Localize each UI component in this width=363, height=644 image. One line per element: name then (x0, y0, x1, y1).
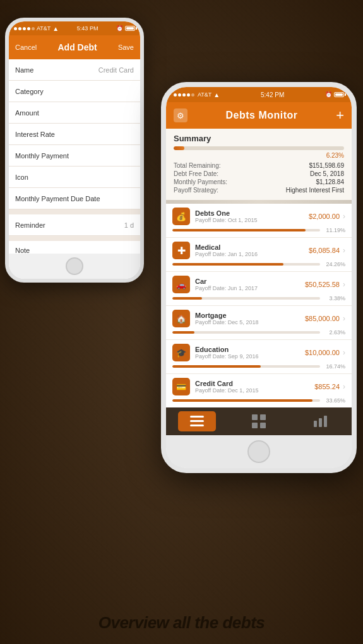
front-signal-dots (174, 93, 194, 97)
svg-rect-4 (260, 414, 266, 420)
cancel-button[interactable]: Cancel (15, 44, 37, 51)
time-label-back: 5:43 PM (77, 25, 98, 32)
debt-pct-medical: 24.26% (323, 261, 345, 267)
front-home-button[interactable] (247, 440, 270, 463)
debt-progress-bar-medical (172, 263, 320, 266)
list-item[interactable]: 💰 Debts One Payoff Date: Oct 1, 2015 $2,… (166, 204, 352, 238)
svg-rect-7 (314, 421, 317, 427)
tab-chart[interactable] (302, 411, 340, 431)
field-icon[interactable]: Icon (9, 167, 140, 188)
front-battery-icon (334, 92, 344, 97)
debt-name-education: Education (195, 346, 258, 353)
summary-row-monthly: Monthly Payments: $1,128.84 (174, 179, 344, 185)
tab-list[interactable] (178, 411, 216, 431)
debt-progress-bar-creditcard (172, 399, 320, 402)
field-name[interactable]: Name Credit Card (9, 59, 140, 81)
back-home-button[interactable] (66, 257, 83, 275)
phone-back: AT&T ▲ 5:43 PM ⏰ Cancel Add Debt Save Na… (5, 18, 144, 283)
list-item[interactable]: 🚗 Car Payoff Date: Jun 1, 2017 $50,525.5… (166, 272, 352, 306)
debt-name-car: Car (195, 278, 258, 285)
settings-button[interactable]: ⚙ (174, 108, 187, 122)
front-phone-home-area (166, 435, 352, 468)
chevron-right-icon: › (343, 314, 345, 323)
field-amount[interactable]: Amount (9, 102, 140, 124)
list-item[interactable]: ✚ Medical Payoff Date: Jan 1, 2016 $6,08… (166, 238, 352, 272)
debt-amount-creditcard: $855.24 (314, 383, 340, 390)
status-left: AT&T ▲ (14, 25, 59, 32)
debt-pct-education: 16.74% (323, 363, 345, 370)
svg-rect-2 (190, 424, 204, 426)
field-name-value: Credit Card (98, 66, 134, 74)
debt-pct-car: 3.38% (323, 295, 345, 302)
field-monthly-payment-label: Monthly Payment (15, 152, 69, 160)
chevron-right-icon: › (343, 382, 345, 391)
alarm-icon: ⏰ (116, 25, 123, 32)
status-right-back: ⏰ (116, 25, 135, 32)
signal-dots (14, 27, 35, 30)
summary-row-strategy: Payoff Strategy: Highest Interest First (174, 187, 344, 194)
debt-progress-bar-education (172, 365, 320, 368)
debt-icon-medical: ✚ (172, 242, 190, 259)
debt-amount-medical: $6,085.84 (309, 247, 340, 254)
back-phone-home-area (9, 254, 140, 279)
tab-bar (166, 407, 352, 435)
summary-title: Summary (174, 134, 344, 143)
debt-payoff-mortgage: Payoff Date: Dec 5, 2018 (195, 319, 258, 325)
field-due-date[interactable]: Monthly Payment Due Date (9, 188, 140, 209)
summary-value-total: $151,598.69 (309, 162, 344, 169)
chevron-right-icon: › (343, 212, 345, 221)
svg-rect-8 (319, 418, 322, 427)
field-note[interactable]: Note (9, 241, 140, 254)
summary-progress-bar (174, 146, 344, 150)
status-bar-front: AT&T ▲ 5:42 PM ⏰ (166, 87, 352, 102)
debt-amount-education: $10,000.00 (305, 349, 340, 356)
front-alarm-icon: ⏰ (325, 91, 332, 98)
list-item[interactable]: 🏠 Mortgage Payoff Date: Dec 5, 2018 $85,… (166, 306, 352, 340)
field-interest-rate-label: Interest Rate (15, 131, 55, 138)
debt-payoff-medical: Payoff Date: Jan 1, 2016 (195, 251, 258, 257)
debt-payoff-debtsone: Payoff Date: Oct 1, 2015 (195, 217, 257, 223)
debt-name-debtsone: Debts One (195, 209, 257, 217)
summary-value-monthly: $1,128.84 (316, 179, 345, 185)
field-amount-label: Amount (15, 109, 39, 117)
field-interest-rate[interactable]: Interest Rate (9, 124, 140, 145)
debt-icon-debtsone: 💰 (172, 208, 190, 225)
save-button[interactable]: Save (118, 44, 134, 51)
field-category[interactable]: Category (9, 81, 140, 102)
list-icon (190, 416, 204, 427)
list-item[interactable]: 💳 Credit Card Payoff Date: Dec 1, 2015 $… (166, 374, 352, 407)
field-monthly-payment[interactable]: Monthly Payment (9, 145, 140, 167)
add-debt-button[interactable]: + (336, 108, 344, 122)
debt-list: 💰 Debts One Payoff Date: Oct 1, 2015 $2,… (166, 204, 352, 407)
chevron-right-icon: › (343, 246, 345, 255)
carrier-label: AT&T (37, 25, 51, 32)
debt-icon-mortgage: 🏠 (172, 310, 190, 327)
svg-rect-3 (252, 414, 258, 420)
nav-bar-front: ⚙ Debts Monitor + (166, 102, 352, 129)
summary-row-date: Debt Free Date: Dec 5, 2018 (174, 170, 344, 177)
debt-icon-car: 🚗 (172, 276, 190, 293)
svg-rect-0 (190, 416, 204, 418)
debt-amount-debtsone: $2,000.00 (309, 213, 340, 220)
front-status-left: AT&T ▲ (174, 91, 220, 98)
field-name-label: Name (15, 66, 33, 74)
chart-icon (314, 416, 328, 427)
summary-label-strategy: Payoff Strategy: (174, 187, 218, 194)
summary-label-monthly: Monthly Payments: (174, 179, 227, 185)
field-reminder[interactable]: Reminder 1 d (9, 214, 140, 236)
time-label-front: 5:42 PM (261, 91, 284, 98)
summary-progress-label: 6.23% (174, 152, 344, 159)
debt-name-medical: Medical (195, 243, 258, 251)
debt-name-mortgage: Mortgage (195, 312, 258, 319)
tab-grid[interactable] (240, 411, 278, 431)
svg-rect-5 (252, 423, 258, 428)
debt-payoff-creditcard: Payoff Date: Dec 1, 2015 (195, 387, 258, 394)
list-item[interactable]: 🎓 Education Payoff Date: Sep 9, 2016 $10… (166, 340, 352, 374)
wifi-icon: ▲ (52, 25, 59, 32)
front-carrier-label: AT&T (198, 91, 211, 98)
summary-value-date: Dec 5, 2018 (310, 170, 344, 177)
debt-amount-mortgage: $85,000.00 (305, 315, 340, 322)
debt-pct-mortgage: 2.63% (323, 329, 345, 336)
debt-progress-bar-car (172, 297, 320, 300)
debt-progress-bar-debtsone (172, 229, 320, 231)
